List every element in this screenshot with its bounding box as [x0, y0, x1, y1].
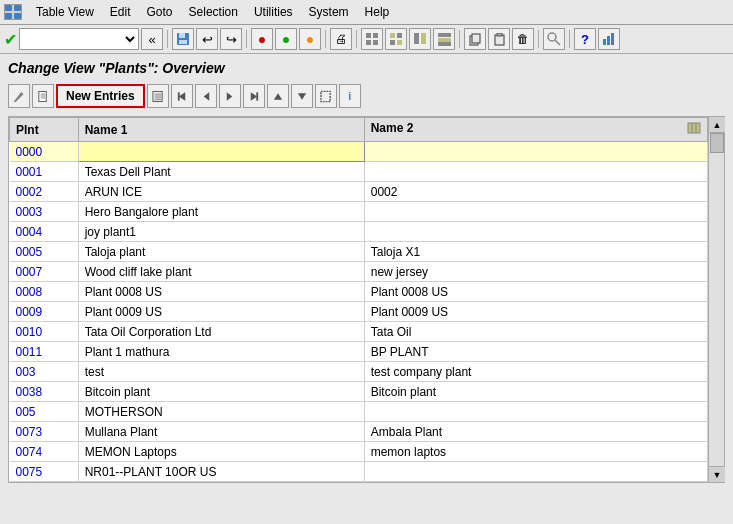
svg-rect-11: [390, 33, 395, 38]
table-row[interactable]: 0075NR01--PLANT 10OR US: [10, 462, 708, 482]
btn-orange[interactable]: ●: [299, 28, 321, 50]
table-row[interactable]: 0002ARUN ICE0002: [10, 182, 708, 202]
table-row[interactable]: 0004joy plant1: [10, 222, 708, 242]
cell-name2: BP PLANT: [364, 342, 707, 362]
name1-input[interactable]: [85, 145, 358, 159]
table-row[interactable]: 003testtest company plant: [10, 362, 708, 382]
cell-name1: NR01--PLANT 10OR US: [78, 462, 364, 482]
new-entries-button[interactable]: New Entries: [56, 84, 145, 108]
cell-plnt: 0003: [10, 202, 79, 222]
cell-name1[interactable]: [78, 142, 364, 162]
svg-rect-27: [607, 36, 610, 45]
col-name2: Name 2: [364, 118, 707, 142]
column-settings-icon[interactable]: [687, 121, 701, 138]
table-body: 00000001Texas Dell Plant0002ARUN ICE0002…: [10, 142, 708, 482]
menu-selection[interactable]: Selection: [181, 3, 246, 21]
grid-btn-3[interactable]: [409, 28, 431, 50]
doc-btn[interactable]: [32, 84, 54, 108]
cell-name1: Bitcoin plant: [78, 382, 364, 402]
nav-last-btn[interactable]: [243, 84, 265, 108]
svg-marker-41: [203, 92, 209, 100]
grid-btn-2[interactable]: [385, 28, 407, 50]
plants-table: Plnt Name 1 Name 2: [9, 117, 708, 482]
grid-btn-1[interactable]: [361, 28, 383, 50]
table-row[interactable]: 0038Bitcoin plantBitcoin plant: [10, 382, 708, 402]
command-field[interactable]: [19, 28, 139, 50]
menu-table-view[interactable]: Table View: [28, 3, 102, 21]
table-row[interactable]: 0008Plant 0008 USPlant 0008 US: [10, 282, 708, 302]
menu-edit[interactable]: Edit: [102, 3, 139, 21]
help-button[interactable]: ?: [574, 28, 596, 50]
svg-rect-8: [373, 33, 378, 38]
table-row[interactable]: 0010Tata Oil Corporation LtdTata Oil: [10, 322, 708, 342]
delete-btn[interactable]: 🗑: [512, 28, 534, 50]
separator-1: [167, 30, 168, 48]
scroll-up-btn[interactable]: ▲: [709, 117, 725, 133]
back-button[interactable]: «: [141, 28, 163, 50]
svg-rect-14: [397, 40, 402, 45]
scroll-thumb[interactable]: [710, 133, 724, 153]
menu-utilities[interactable]: Utilities: [246, 3, 301, 21]
separator-7: [569, 30, 570, 48]
table-row[interactable]: 005MOTHERSON: [10, 402, 708, 422]
grid-btn-4[interactable]: [433, 28, 455, 50]
table-row[interactable]: 0007Wood cliff lake plantnew jersey: [10, 262, 708, 282]
cell-plnt: 0007: [10, 262, 79, 282]
table-row[interactable]: 0003Hero Bangalore plant: [10, 202, 708, 222]
menu-system[interactable]: System: [301, 3, 357, 21]
cell-name2: [364, 402, 707, 422]
nav-next-btn[interactable]: [219, 84, 241, 108]
select-btn[interactable]: [315, 84, 337, 108]
svg-rect-21: [472, 34, 480, 43]
cell-name2: [364, 202, 707, 222]
paste-btn[interactable]: [488, 28, 510, 50]
nav-down-btn[interactable]: [291, 84, 313, 108]
btn-green[interactable]: ●: [275, 28, 297, 50]
svg-marker-46: [298, 93, 306, 99]
svg-marker-45: [274, 93, 282, 99]
cell-name2: [364, 222, 707, 242]
table-row[interactable]: 0000: [10, 142, 708, 162]
cell-plnt: 0000: [10, 142, 79, 162]
nav-up-btn[interactable]: [267, 84, 289, 108]
copy-btn[interactable]: [464, 28, 486, 50]
nav-first-btn[interactable]: [171, 84, 193, 108]
app-icon[interactable]: [4, 4, 22, 20]
cell-name2: Tata Oil: [364, 322, 707, 342]
menu-help[interactable]: Help: [357, 3, 398, 21]
svg-marker-43: [250, 92, 256, 100]
scrollbar[interactable]: ▲ ▼: [708, 117, 724, 482]
svg-rect-18: [438, 38, 451, 42]
cell-name1: Tata Oil Corporation Ltd: [78, 322, 364, 342]
table-row[interactable]: 0005Taloja plantTaloja X1: [10, 242, 708, 262]
table-row[interactable]: 0001Texas Dell Plant: [10, 162, 708, 182]
save-button[interactable]: [172, 28, 194, 50]
detail-btn[interactable]: [147, 84, 169, 108]
find-btn[interactable]: [543, 28, 565, 50]
table-row[interactable]: 0009Plant 0009 USPlant 0009 US: [10, 302, 708, 322]
table-row[interactable]: 0074MEMON Laptopsmemon laptos: [10, 442, 708, 462]
print-button[interactable]: 🖨: [330, 28, 352, 50]
scroll-down-btn[interactable]: ▼: [709, 466, 725, 482]
svg-rect-9: [366, 40, 371, 45]
svg-rect-23: [497, 33, 502, 36]
menu-goto[interactable]: Goto: [139, 3, 181, 21]
btn-red[interactable]: ●: [251, 28, 273, 50]
cell-name2: Plant 0009 US: [364, 302, 707, 322]
nav-prev-btn[interactable]: [195, 84, 217, 108]
cell-name2: [364, 462, 707, 482]
cell-plnt: 0009: [10, 302, 79, 322]
svg-rect-15: [414, 33, 419, 44]
table-row[interactable]: 0011Plant 1 mathuraBP PLANT: [10, 342, 708, 362]
info-btn[interactable]: i: [339, 84, 361, 108]
cell-name2: [364, 162, 707, 182]
separator-5: [459, 30, 460, 48]
toolbar: ✔ « ↩ ↪ ● ● ● 🖨: [0, 25, 733, 54]
redo-button[interactable]: ↪: [220, 28, 242, 50]
undo-button[interactable]: ↩: [196, 28, 218, 50]
separator-3: [325, 30, 326, 48]
chart-button[interactable]: [598, 28, 620, 50]
table-row[interactable]: 0073Mullana PlantAmbala Plant: [10, 422, 708, 442]
cell-name1: ARUN ICE: [78, 182, 364, 202]
pencil-btn[interactable]: [8, 84, 30, 108]
